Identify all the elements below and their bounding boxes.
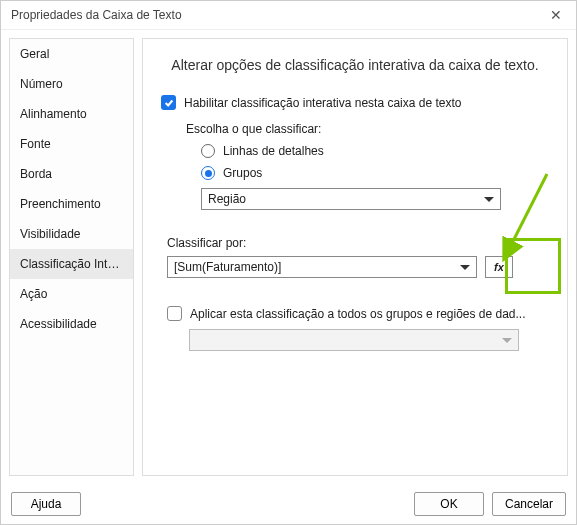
- cancel-button[interactable]: Cancelar: [492, 492, 566, 516]
- sidebar-item-numero[interactable]: Número: [10, 69, 133, 99]
- panel-heading: Alterar opções de classificação interati…: [161, 57, 549, 73]
- textbox-properties-dialog: Propriedades da Caixa de Texto ✕ Geral N…: [0, 0, 577, 525]
- radio-detail-label: Linhas de detalhes: [223, 144, 324, 158]
- apply-to-all-label: Aplicar esta classificação a todos os gr…: [190, 307, 526, 321]
- dialog-footer: Ajuda OK Cancelar: [1, 484, 576, 524]
- sort-target-radiogroup: Linhas de detalhes Grupos: [201, 144, 549, 180]
- ok-button[interactable]: OK: [414, 492, 484, 516]
- enable-interactive-sort-checkbox[interactable]: [161, 95, 176, 110]
- group-dropdown-value: Região: [208, 192, 246, 206]
- sidebar-item-visibilidade[interactable]: Visibilidade: [10, 219, 133, 249]
- enable-interactive-sort-label: Habilitar classificação interativa nesta…: [184, 96, 461, 110]
- close-icon[interactable]: ✕: [546, 7, 566, 23]
- chevron-down-icon: [484, 192, 494, 206]
- apply-scope-dropdown-disabled: [189, 329, 519, 351]
- radio-groups-row: Grupos: [201, 166, 549, 180]
- sort-by-value: [Sum(Faturamento)]: [174, 260, 281, 274]
- expression-fx-button[interactable]: fx: [485, 256, 513, 278]
- sidebar-item-acessibilidade[interactable]: Acessibilidade: [10, 309, 133, 339]
- sidebar-item-geral[interactable]: Geral: [10, 39, 133, 69]
- apply-to-all-row: Aplicar esta classificação a todos os gr…: [167, 306, 549, 321]
- group-dropdown[interactable]: Região: [201, 188, 501, 210]
- radio-detail-row: Linhas de detalhes: [201, 144, 549, 158]
- enable-interactive-sort-row: Habilitar classificação interativa nesta…: [161, 95, 549, 110]
- dialog-body: Geral Número Alinhamento Fonte Borda Pre…: [1, 30, 576, 484]
- radio-groups[interactable]: [201, 166, 215, 180]
- apply-to-all-checkbox[interactable]: [167, 306, 182, 321]
- sidebar-item-acao[interactable]: Ação: [10, 279, 133, 309]
- chevron-down-icon: [502, 333, 512, 347]
- fx-icon: fx: [494, 261, 504, 273]
- sort-by-dropdown[interactable]: [Sum(Faturamento)]: [167, 256, 477, 278]
- titlebar: Propriedades da Caixa de Texto ✕: [1, 1, 576, 30]
- radio-detail-lines[interactable]: [201, 144, 215, 158]
- sort-by-label: Classificar por:: [167, 236, 549, 250]
- sidebar-item-borda[interactable]: Borda: [10, 159, 133, 189]
- chevron-down-icon: [460, 260, 470, 274]
- sidebar-item-preenchimento[interactable]: Preenchimento: [10, 189, 133, 219]
- choose-what-to-sort-label: Escolha o que classificar:: [186, 122, 549, 136]
- main-panel: Alterar opções de classificação interati…: [142, 38, 568, 476]
- help-button[interactable]: Ajuda: [11, 492, 81, 516]
- dialog-title: Propriedades da Caixa de Texto: [11, 8, 182, 22]
- sidebar-item-fonte[interactable]: Fonte: [10, 129, 133, 159]
- radio-groups-label: Grupos: [223, 166, 262, 180]
- category-sidebar: Geral Número Alinhamento Fonte Borda Pre…: [9, 38, 134, 476]
- sidebar-item-classificacao-interativa[interactable]: Classificação Interat...: [10, 249, 133, 279]
- sort-by-row: [Sum(Faturamento)] fx: [167, 256, 549, 278]
- sidebar-item-alinhamento[interactable]: Alinhamento: [10, 99, 133, 129]
